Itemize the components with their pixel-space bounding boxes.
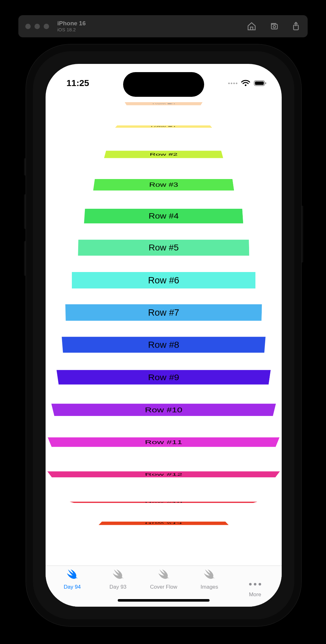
svg-point-1 [273, 26, 276, 28]
row-13[interactable]: Row #13 [46, 502, 282, 503]
row-label: Row #2 [104, 151, 223, 158]
tab-day-94[interactable]: Day 94 [49, 569, 95, 607]
row-label: Row #9 [57, 370, 271, 385]
traffic-close[interactable] [25, 24, 31, 29]
row-12[interactable]: Row #12 [46, 471, 282, 477]
row-2[interactable]: Row #2 [46, 151, 282, 158]
battery-icon [254, 80, 266, 86]
svg-rect-6 [265, 82, 266, 84]
row-label: Row #14 [99, 522, 229, 525]
row-3[interactable]: Row #3 [46, 179, 282, 191]
tab-label: Images [201, 584, 218, 590]
svg-rect-0 [272, 24, 278, 29]
simulator-title: iPhone 16 iOS 18.2 [57, 20, 86, 32]
row-label: Row #4 [84, 209, 243, 224]
share-icon[interactable] [291, 22, 301, 31]
tab-label: Cover Flow [150, 584, 177, 590]
row-7[interactable]: Row #7 [46, 304, 282, 321]
row-label: Row #12 [47, 471, 280, 477]
traffic-minimize[interactable] [34, 24, 40, 29]
os-version: iOS 18.2 [57, 27, 86, 32]
row-14[interactable]: Row #14 [46, 522, 282, 525]
row-label: Row #1 [115, 126, 212, 128]
home-icon[interactable] [247, 22, 256, 31]
row-label: Row #10 [51, 404, 276, 416]
row-10[interactable]: Row #10 [46, 404, 282, 416]
row-8[interactable]: Row #8 [46, 337, 282, 353]
simulator-device: 11:25 [26, 44, 301, 626]
tab-label: Day 94 [64, 584, 81, 590]
row-label: Row #5 [78, 240, 249, 256]
row-label: Row #13 [70, 502, 258, 503]
swift-icon [202, 569, 216, 583]
status-time: 11:25 [66, 78, 89, 88]
tab-more[interactable]: More [232, 569, 278, 607]
tab-label: More [249, 591, 261, 598]
window-traffic-lights[interactable] [25, 24, 49, 29]
row-label: Row #8 [62, 337, 266, 353]
svg-point-3 [245, 84, 246, 86]
tab-label: Day 93 [110, 584, 127, 590]
row-9[interactable]: Row #9 [46, 370, 282, 385]
svg-rect-5 [255, 82, 264, 85]
home-indicator[interactable] [118, 599, 210, 602]
row-label: Row #11 [48, 437, 279, 447]
content-rows[interactable]: Row #0Row #1Row #2Row #3Row #4Row #5Row … [46, 96, 282, 566]
simulator-titlebar: iPhone 16 iOS 18.2 [18, 15, 308, 37]
row-1[interactable]: Row #1 [46, 126, 282, 128]
row-label: Row #3 [93, 179, 234, 191]
row-label: Row #6 [72, 272, 255, 288]
swift-icon [157, 569, 171, 583]
more-icon [249, 578, 261, 590]
row-label: Row #0 [125, 102, 203, 105]
device-screen: 11:25 [46, 64, 282, 607]
wifi-icon [241, 80, 250, 87]
screenshot-icon[interactable] [269, 22, 279, 31]
row-5[interactable]: Row #5 [46, 240, 282, 256]
device-name: iPhone 16 [57, 20, 86, 27]
side-button-power [301, 206, 303, 263]
row-0[interactable]: Row #0 [46, 102, 282, 105]
traffic-zoom[interactable] [44, 24, 49, 29]
row-label: Row #7 [65, 304, 262, 321]
row-6[interactable]: Row #6 [46, 272, 282, 288]
simulator-toolbar [247, 22, 301, 31]
dynamic-island [123, 72, 204, 97]
cellular-icon [228, 83, 237, 84]
swift-icon [65, 569, 79, 583]
row-4[interactable]: Row #4 [46, 209, 282, 224]
swift-icon [111, 569, 125, 583]
row-11[interactable]: Row #11 [46, 437, 282, 447]
